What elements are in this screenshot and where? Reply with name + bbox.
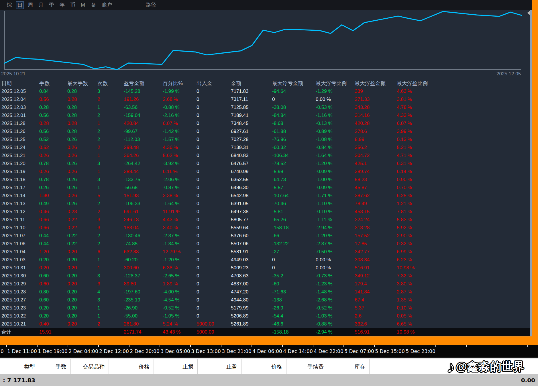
cell-max-float-profit-pct: 2.87 %: [397, 288, 530, 296]
cell-max-lots: 0.20: [67, 320, 97, 328]
table-row[interactable]: 2025.11.130.490.262-106.33-1.64 %06391.0…: [0, 200, 530, 208]
table-row[interactable]: 2025.10.290.600.20389.801.89 %04837.00-6…: [0, 280, 530, 288]
table-row[interactable]: 2025.10.280.800.204-197.60-4.00 %04747.2…: [0, 288, 530, 296]
cell-max-float-profit: 342.77: [355, 248, 397, 256]
cell-balance: 6391.05: [231, 200, 272, 208]
menu-item-备[interactable]: 备: [90, 1, 97, 9]
menu-item-币[interactable]: 币: [69, 1, 76, 9]
table-row[interactable]: 2025.11.070.440.222-130.46-2.37 %05376.6…: [0, 232, 530, 240]
table-row[interactable]: 2025.11.141.300.265151.932.38 %06542.98-…: [0, 192, 530, 200]
cell-pnl: 300.60: [124, 264, 163, 272]
cell-balance: 5376.60: [231, 232, 272, 240]
menu-item-M[interactable]: M: [80, 1, 86, 9]
cell-balance: 7125.85: [231, 103, 272, 111]
positions-column-5: 止损: [154, 359, 198, 374]
equity-chart: [0, 10, 532, 71]
cell-max-float-loss-pct: -1.11 %: [316, 216, 355, 224]
cell-max-float-loss: -70.46: [272, 200, 316, 208]
cell-deposit: 5000.09: [197, 320, 231, 328]
cell-pnl: -197.60: [124, 288, 163, 296]
table-row[interactable]: 2025.11.260.560.282-99.67-1.42 %06927.61…: [0, 128, 530, 136]
cell-max-lots: 0.28: [67, 128, 97, 136]
table-row[interactable]: 2025.12.050.840.283-145.28-1.99 %07171.8…: [0, 87, 530, 95]
table-row[interactable]: 2025.11.170.260.261-56.68-0.87 %06486.30…: [0, 184, 530, 192]
menu-item-月[interactable]: 月: [37, 1, 45, 9]
table-row[interactable]: 2025.11.250.520.262-112.03-1.57 %07027.2…: [0, 136, 530, 144]
menu-item-年[interactable]: 年: [58, 1, 66, 9]
cell-trades: 1: [97, 103, 124, 111]
cell-pnl: 246.13: [124, 216, 163, 224]
cell-balance: 4747.20: [231, 288, 272, 296]
chart-start-date: 2025.10.21: [1, 71, 25, 77]
menu-item-账户[interactable]: 账户: [101, 1, 113, 9]
cell-trades: 1: [97, 256, 124, 264]
daily-stats-table: 日期手数最大手数次数盈亏金额百分比%出入金余额最大浮亏金额最大浮亏比例最大浮盈金…: [0, 79, 530, 337]
vertical-scrollbar[interactable]: [532, 0, 538, 336]
table-row[interactable]: 2025.11.210.260.261364.265.62 %06840.83-…: [0, 152, 530, 160]
axis-tick: [527, 345, 528, 347]
cell-pnl: -106.33: [124, 200, 163, 208]
table-row[interactable]: 2025.10.230.200.201-26.90-0.52 %05179.99…: [0, 304, 530, 312]
column-header-date: 日期: [1, 79, 39, 87]
menu-item-季[interactable]: 季: [48, 1, 55, 9]
cell-trades: 4: [97, 288, 124, 296]
cell-max-float-loss-pct: -1.08 %: [316, 136, 355, 144]
table-row[interactable]: 2025.12.040.560.282191.262.68 %07317.110…: [0, 95, 530, 103]
table-row[interactable]: 2025.11.190.260.261388.446.11 %06740.99-…: [0, 168, 530, 176]
cell-date: 2025.10.29: [1, 280, 39, 288]
cell-max-float-profit-pct: 4.33 %: [397, 111, 530, 119]
cell-max-lots: 0.26: [67, 136, 97, 144]
cell-max-float-profit: 349.12: [355, 272, 397, 280]
cell-max-float-loss: -5.98: [272, 168, 316, 176]
cell-trades: 3: [97, 280, 124, 288]
total-pct: 43.43 %: [163, 328, 197, 336]
cell-deposit: 0: [197, 304, 231, 312]
table-row[interactable]: 2025.10.310.200.201300.606.38 %05009.230…: [0, 264, 530, 272]
table-row[interactable]: 2025.10.270.600.203-235.19-4.54 %04944.8…: [0, 296, 530, 304]
table-row[interactable]: 2025.11.120.460.232691.6111.91 %06497.38…: [0, 208, 530, 216]
table-row[interactable]: 2025.12.010.560.282-159.04-2.16 %07189.4…: [0, 111, 530, 119]
time-label: 3 Dec 21:00: [222, 348, 252, 354]
cell-max-float-loss: -66: [272, 232, 316, 240]
table-row[interactable]: 2025.11.100.660.223183.043.40 %05559.64-…: [0, 224, 530, 232]
collapse-arrow-icon[interactable]: [527, 11, 530, 15]
cell-max-float-profit-pct: 3.99 %: [397, 128, 530, 136]
table-row[interactable]: 2025.11.240.520.262298.484.36 %07139.31-…: [0, 144, 530, 152]
cell-trades: 1: [97, 304, 124, 312]
menu-item-路径[interactable]: 路径: [145, 1, 157, 9]
cell-trades: 2: [97, 95, 124, 103]
cell-max-float-loss: -132.22: [272, 240, 316, 248]
cell-max-float-loss-pct: -0.10 %: [316, 208, 355, 216]
cell-balance: 4949.03: [231, 256, 272, 264]
cell-trades: 2: [97, 136, 124, 144]
menu-item-综[interactable]: 综: [6, 1, 13, 9]
table-row[interactable]: 2025.10.210.400.202261.805.24 %5000.0952…: [0, 320, 530, 328]
cell-lots: 0.28: [39, 119, 67, 128]
cell-pct: -2.65 %: [163, 272, 197, 280]
cell-deposit: 0: [197, 240, 231, 248]
total-lots: 15.91: [39, 328, 67, 336]
cell-lots: 0.60: [39, 272, 67, 280]
cell-max-float-loss-pct: -1.03 %: [316, 312, 355, 320]
time-label: 4 Dec 22:00: [314, 348, 343, 354]
table-row[interactable]: 2025.11.030.200.201-60.20-1.20 %04949.03…: [0, 256, 530, 264]
table-row[interactable]: 2025.11.060.440.222-74.85-1.34 %05507.06…: [0, 240, 530, 248]
status-right-value: 0.00: [521, 377, 535, 384]
cell-max-float-loss-pct: -1.00 %: [316, 176, 355, 184]
table-row[interactable]: 2025.10.300.600.203-128.37-2.65 %04708.6…: [0, 272, 530, 280]
table-row[interactable]: 2025.11.200.780.263-264.42-3.92 %06476.5…: [0, 160, 530, 168]
table-row[interactable]: 2025.12.030.280.281-63.56-0.88 %07125.85…: [0, 103, 530, 111]
cell-pnl: -159.04: [124, 111, 163, 119]
table-row[interactable]: 2025.10.220.200.201-55.00-1.05 %05206.89…: [0, 312, 530, 320]
table-row[interactable]: 2025.11.041.200.206632.8812.79 %05581.91…: [0, 248, 530, 256]
cell-deposit: 0: [197, 144, 231, 152]
cell-max-float-loss-pct: 0.00 %: [316, 95, 355, 103]
menu-item-周[interactable]: 周: [27, 1, 34, 9]
cell-max-lots: 0.26: [67, 144, 97, 152]
menu-item-日[interactable]: 日: [16, 1, 24, 9]
time-axis: 01 Dec 11:001 Dec 19:002 Dec 04:002 Dec …: [0, 345, 538, 358]
table-row[interactable]: 2025.11.180.780.263-133.75-2.06 %06352.5…: [0, 176, 530, 184]
total-pnl: 2171.74: [124, 328, 163, 336]
table-row[interactable]: 2025.11.110.660.223246.134.43 %05805.77-…: [0, 216, 530, 224]
table-row[interactable]: 2025.11.280.280.281420.846.07 %07348.45-…: [0, 119, 530, 128]
